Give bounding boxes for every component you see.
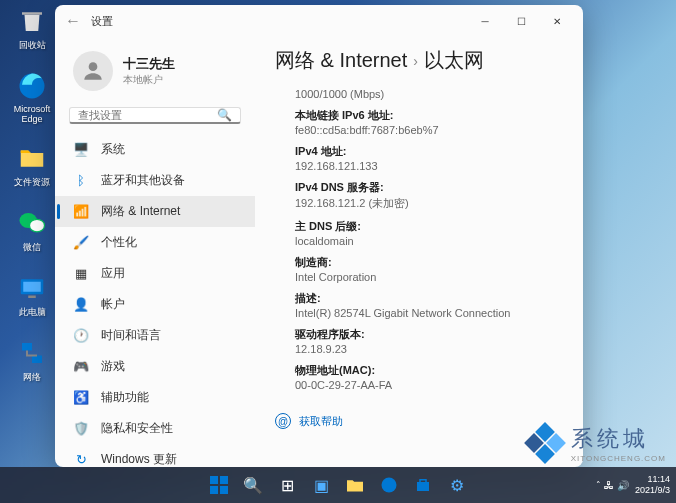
taskbar-widgets[interactable]: ▣ bbox=[306, 470, 336, 500]
watermark-text-en: XITONGCHENG.COM bbox=[571, 454, 666, 463]
taskbar-settings[interactable]: ⚙ bbox=[442, 470, 472, 500]
nav-windows-update[interactable]: ↻Windows 更新 bbox=[55, 444, 255, 467]
detail-ipv6: 本地链接 IPv6 地址:fe80::cd5a:bdff:7687:b6eb%7 bbox=[295, 108, 563, 136]
wifi-icon: 📶 bbox=[73, 204, 89, 220]
taskbar-search[interactable]: 🔍 bbox=[238, 470, 268, 500]
detail-driver-version: 驱动程序版本:12.18.9.23 bbox=[295, 327, 563, 355]
desktop-icon-edge[interactable]: Microsoft Edge bbox=[8, 70, 56, 124]
breadcrumb: 网络 & Internet › 以太网 bbox=[275, 47, 563, 74]
nav-apps[interactable]: ▦应用 bbox=[55, 258, 255, 289]
system-icon: 🖥️ bbox=[73, 142, 89, 158]
titlebar: ← 设置 ─ ☐ ✕ bbox=[55, 5, 583, 37]
svg-rect-10 bbox=[220, 476, 228, 484]
network-details: 1000/1000 (Mbps) 本地链接 IPv6 地址:fe80::cd5a… bbox=[275, 88, 563, 391]
nav-personalization[interactable]: 🖌️个性化 bbox=[55, 227, 255, 258]
svg-rect-14 bbox=[417, 482, 429, 491]
svg-rect-5 bbox=[28, 296, 36, 299]
user-name: 十三先生 bbox=[123, 55, 175, 73]
tray-volume-icon[interactable]: 🔊 bbox=[617, 480, 629, 491]
watermark-text-cn: 系统城 bbox=[571, 424, 666, 454]
detail-dns-suffix: 主 DNS 后缀:localdomain bbox=[295, 219, 563, 247]
nav-accounts[interactable]: 👤帐户 bbox=[55, 289, 255, 320]
back-button[interactable]: ← bbox=[63, 11, 83, 31]
detail-description: 描述:Intel(R) 82574L Gigabit Network Conne… bbox=[295, 291, 563, 319]
nav-privacy[interactable]: 🛡️隐私和安全性 bbox=[55, 413, 255, 444]
folder-icon bbox=[16, 142, 48, 174]
clock-icon: 🕐 bbox=[73, 328, 89, 344]
taskbar: 🔍 ⊞ ▣ ⚙ ˄ 🖧 🔊 11:14 2021/9/3 bbox=[0, 467, 676, 503]
detail-manufacturer: 制造商:Intel Corporation bbox=[295, 255, 563, 283]
person-icon: 👤 bbox=[73, 297, 89, 313]
taskbar-taskview[interactable]: ⊞ bbox=[272, 470, 302, 500]
desktop-icons: 回收站 Microsoft Edge 文件资源 微信 此电脑 网络 bbox=[8, 5, 56, 384]
nav-bluetooth[interactable]: ᛒ蓝牙和其他设备 bbox=[55, 165, 255, 196]
maximize-button[interactable]: ☐ bbox=[503, 7, 539, 35]
svg-rect-7 bbox=[32, 356, 42, 364]
nav-gaming[interactable]: 🎮游戏 bbox=[55, 351, 255, 382]
svg-point-8 bbox=[89, 62, 98, 71]
breadcrumb-current: 以太网 bbox=[424, 47, 484, 74]
nav-time-language[interactable]: 🕐时间和语言 bbox=[55, 320, 255, 351]
desktop-icon-explorer[interactable]: 文件资源 bbox=[8, 142, 56, 189]
search-input[interactable] bbox=[78, 109, 217, 121]
nav-accessibility[interactable]: ♿辅助功能 bbox=[55, 382, 255, 413]
taskbar-explorer[interactable] bbox=[340, 470, 370, 500]
tray-chevron-up-icon[interactable]: ˄ bbox=[596, 480, 601, 490]
taskbar-edge[interactable] bbox=[374, 470, 404, 500]
get-help-link[interactable]: @ 获取帮助 bbox=[275, 403, 563, 429]
detail-speed: 1000/1000 (Mbps) bbox=[295, 88, 563, 100]
desktop-icon-this-pc[interactable]: 此电脑 bbox=[8, 272, 56, 319]
svg-point-2 bbox=[30, 219, 45, 232]
watermark: 系统城 XITONGCHENG.COM bbox=[525, 423, 666, 463]
search-icon: 🔍 bbox=[217, 108, 232, 122]
svg-rect-9 bbox=[210, 476, 218, 484]
detail-mac: 物理地址(MAC):00-0C-29-27-AA-FA bbox=[295, 363, 563, 391]
recycle-bin-icon bbox=[16, 5, 48, 37]
edge-icon bbox=[16, 70, 48, 102]
apps-icon: ▦ bbox=[73, 266, 89, 282]
computer-icon bbox=[16, 272, 48, 304]
settings-window: ← 设置 ─ ☐ ✕ 十三先生 本地帐户 🔍 🖥️系统 ᛒ蓝牙和 bbox=[55, 5, 583, 467]
svg-rect-6 bbox=[22, 343, 32, 351]
accessibility-icon: ♿ bbox=[73, 390, 89, 406]
desktop-icon-recycle-bin[interactable]: 回收站 bbox=[8, 5, 56, 52]
update-icon: ↻ bbox=[73, 452, 89, 468]
sidebar: 十三先生 本地帐户 🔍 🖥️系统 ᛒ蓝牙和其他设备 📶网络 & Internet… bbox=[55, 37, 255, 467]
tray-network-icon[interactable]: 🖧 bbox=[604, 480, 614, 491]
nav-network[interactable]: 📶网络 & Internet bbox=[55, 196, 255, 227]
taskbar-clock[interactable]: 11:14 2021/9/3 bbox=[635, 474, 670, 496]
user-account-type: 本地帐户 bbox=[123, 73, 175, 87]
minimize-button[interactable]: ─ bbox=[467, 7, 503, 35]
search-box[interactable]: 🔍 bbox=[69, 107, 241, 124]
detail-dns: IPv4 DNS 服务器:192.168.121.2 (未加密) bbox=[295, 180, 563, 211]
wechat-icon bbox=[16, 207, 48, 239]
user-section[interactable]: 十三先生 本地帐户 bbox=[55, 45, 255, 103]
detail-ipv4: IPv4 地址:192.168.121.133 bbox=[295, 144, 563, 172]
help-icon: @ bbox=[275, 413, 291, 429]
content-area: 网络 & Internet › 以太网 1000/1000 (Mbps) 本地链… bbox=[255, 37, 583, 467]
desktop-icon-network[interactable]: 网络 bbox=[8, 337, 56, 384]
window-title: 设置 bbox=[91, 14, 113, 29]
gamepad-icon: 🎮 bbox=[73, 359, 89, 375]
taskbar-center: 🔍 ⊞ ▣ ⚙ bbox=[204, 470, 472, 500]
nav-list: 🖥️系统 ᛒ蓝牙和其他设备 📶网络 & Internet 🖌️个性化 ▦应用 👤… bbox=[55, 134, 255, 467]
svg-rect-12 bbox=[220, 486, 228, 494]
system-tray: ˄ 🖧 🔊 11:14 2021/9/3 bbox=[596, 474, 670, 496]
shield-icon: 🛡️ bbox=[73, 421, 89, 437]
svg-rect-11 bbox=[210, 486, 218, 494]
bluetooth-icon: ᛒ bbox=[73, 173, 89, 189]
network-icon bbox=[16, 337, 48, 369]
taskbar-store[interactable] bbox=[408, 470, 438, 500]
watermark-logo bbox=[525, 423, 565, 463]
brush-icon: 🖌️ bbox=[73, 235, 89, 251]
close-button[interactable]: ✕ bbox=[539, 7, 575, 35]
svg-point-13 bbox=[382, 478, 397, 493]
desktop-icon-wechat[interactable]: 微信 bbox=[8, 207, 56, 254]
avatar-icon bbox=[73, 51, 113, 91]
breadcrumb-parent[interactable]: 网络 & Internet bbox=[275, 47, 407, 74]
nav-system[interactable]: 🖥️系统 bbox=[55, 134, 255, 165]
chevron-right-icon: › bbox=[413, 53, 418, 69]
svg-rect-4 bbox=[23, 282, 41, 292]
start-button[interactable] bbox=[204, 470, 234, 500]
